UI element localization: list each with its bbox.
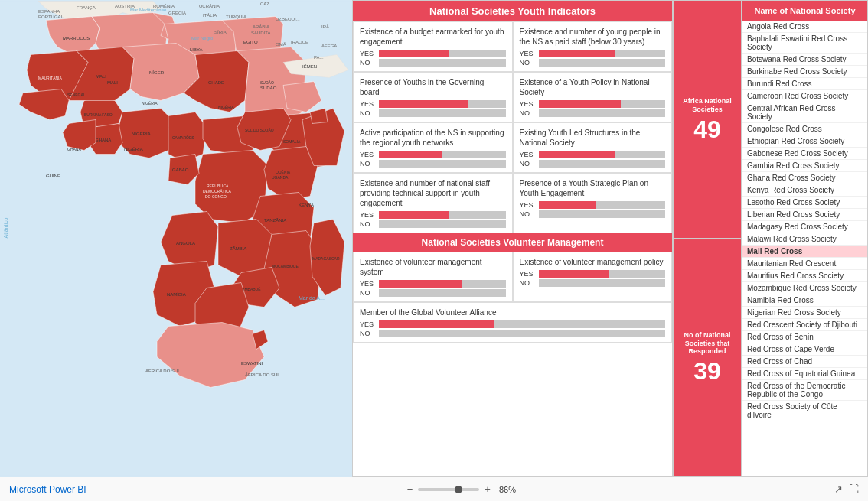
- youth-indicators-header: National Societies Youth Indicators: [353, 1, 672, 21]
- no-bar-row: NO: [360, 59, 506, 67]
- indicator-label: Existence of volunteer management policy: [520, 257, 666, 267]
- zambia: [218, 220, 272, 277]
- zoom-controls: − + 86%: [405, 483, 516, 495]
- zoom-percentage: 86%: [499, 485, 516, 494]
- yes-bar-row: YES: [520, 151, 666, 158]
- no-bar-row: NO: [360, 109, 506, 117]
- zoom-minus-btn[interactable]: −: [405, 483, 416, 495]
- ns-list-item[interactable]: Madagasy Red Cross Society: [742, 221, 867, 233]
- ns-list-item[interactable]: Kenya Red Cross Society: [742, 184, 867, 197]
- fullscreen-icon[interactable]: ⛶: [849, 483, 859, 495]
- indicator-label: Member of the Global Volunteer Alliance: [360, 307, 665, 317]
- ns-list-item[interactable]: Red Crescent Society of Djibouti: [742, 319, 867, 331]
- ns-list-item[interactable]: Mali Red Cross: [742, 246, 867, 258]
- yes-bar-row: YES: [360, 50, 506, 57]
- ns-list-item[interactable]: Burundi Red Cross: [742, 78, 867, 90]
- yes-bar-row: YES: [360, 211, 506, 219]
- bar-group: YES NO: [360, 320, 665, 337]
- ns-list-item[interactable]: Namibia Red Cross: [742, 294, 867, 307]
- ns-list-item[interactable]: Red Cross Society of Côte d'Ivoire: [742, 401, 867, 421]
- bar-group: YES NO: [360, 100, 506, 117]
- youth-indicator-budget: Existence of a budget earmarked for yout…: [353, 21, 513, 72]
- ns-list-item[interactable]: Red Cross of Equatorial Guinea: [742, 368, 867, 380]
- bar-group: YES NO: [360, 50, 506, 67]
- yes-bar-row: YES: [520, 201, 666, 209]
- youth-indicator-governing_board: Presence of Youths in the Governing boar…: [353, 72, 513, 122]
- youth-indicator-youth_led: Existing Youth Led Structures in the Nat…: [513, 122, 673, 173]
- responded-count: 39: [693, 359, 721, 383]
- bar-group: YES NO: [360, 151, 506, 168]
- ns-list-item[interactable]: Malawi Red Cross Society: [742, 233, 867, 246]
- zoom-thumb: [455, 486, 462, 493]
- yes-bar-row: YES: [360, 320, 665, 328]
- ns-list-item[interactable]: Mauritanian Red Crescent: [742, 258, 867, 270]
- no-bar-row: NO: [360, 220, 506, 228]
- africa-ns-stat: Africa National Societies 49: [674, 1, 741, 239]
- yes-bar-row: YES: [360, 151, 506, 158]
- bottom-icons: ↗ ⛶: [834, 483, 859, 495]
- zoom-slider[interactable]: [418, 488, 479, 491]
- power-bi-link[interactable]: Microsoft Power BI: [9, 484, 86, 495]
- ns-list-body[interactable]: Angola Red CrossBaphalali Eswatini Red C…: [742, 21, 867, 476]
- ns-list-item[interactable]: Cameroon Red Cross Society: [742, 90, 867, 102]
- top-section: National Societies Youth Indicators Exis…: [352, 0, 868, 477]
- ns-list-item[interactable]: Baphalali Eswatini Red Cross Society: [742, 33, 867, 54]
- ns-list-item[interactable]: Liberian Red Cross Society: [742, 209, 867, 221]
- ns-list-item[interactable]: Burkinabe Red Cross Society: [742, 66, 867, 78]
- ns-list-item[interactable]: Congolese Red Cross: [742, 123, 867, 135]
- main-content: MARROCOS ARGÉLIA LIBYA EGITO MAURITÂNIA …: [0, 0, 868, 477]
- ns-list-item[interactable]: Mauritius Red Cross Society: [742, 270, 867, 282]
- indicator-label: Existence and number of young people in …: [520, 27, 666, 47]
- yes-bar-row: YES: [520, 270, 666, 278]
- youth-indicator-youth_policy: Existence of a Youth Policy in National …: [513, 72, 673, 122]
- ns-list-item[interactable]: Red Cross of Benin: [742, 331, 867, 343]
- bar-group: YES NO: [520, 270, 666, 287]
- volunteer-indicator-mgmt_policy: Existence of volunteer management policy…: [513, 252, 673, 302]
- map-section: MARROCOS ARGÉLIA LIBYA EGITO MAURITÂNIA …: [0, 0, 352, 477]
- ns-list-item[interactable]: Red Cross of Chad: [742, 356, 867, 368]
- ns-list-item[interactable]: Angola Red Cross: [742, 21, 867, 33]
- indicator-label: Presence of a Youth Strategic Plan on Yo…: [520, 178, 666, 198]
- nigeria: [119, 109, 172, 158]
- yes-bar-row: YES: [520, 100, 666, 108]
- no-bar-row: NO: [360, 289, 506, 297]
- ns-list-item[interactable]: Lesotho Red Cross Society: [742, 197, 867, 209]
- stats-section: Africa National Societies 49 No of Natio…: [673, 0, 742, 477]
- ns-list-item[interactable]: Botswana Red Cross Society: [742, 54, 867, 66]
- ns-list-item[interactable]: Red Cross of Cape Verde: [742, 343, 867, 356]
- ns-list-item[interactable]: Gambia Red Cross Society: [742, 160, 867, 172]
- ns-list-item[interactable]: Central African Red Cross Society: [742, 102, 867, 123]
- no-bar-row: NO: [520, 279, 666, 287]
- volunteer-indicators-grid: Existence of volunteer management system…: [353, 252, 672, 343]
- ns-list-item[interactable]: Red Cross of the Democratic Republic of …: [742, 380, 867, 401]
- cameroon: [168, 112, 207, 162]
- indicators-panel: National Societies Youth Indicators Exis…: [352, 0, 673, 477]
- yes-bar-row: YES: [520, 50, 666, 57]
- volunteer-section-header: National Societies Volunteer Management: [353, 233, 672, 252]
- volunteer-indicator-mgmt_system: Existence of volunteer management system…: [353, 252, 513, 302]
- app-container: MARROCOS ARGÉLIA LIBYA EGITO MAURITÂNIA …: [0, 0, 868, 501]
- ns-list-item[interactable]: Gabonese Red Cross Society: [742, 148, 867, 160]
- bar-group: YES NO: [520, 50, 666, 67]
- bar-group: YES NO: [360, 280, 506, 297]
- share-icon[interactable]: ↗: [834, 483, 843, 495]
- ns-list-item[interactable]: Nigerian Red Cross Society: [742, 307, 867, 319]
- yes-bar-row: YES: [360, 280, 506, 288]
- responded-label: No of National Societies that Responded: [677, 331, 738, 356]
- africa-map-svg: MARROCOS ARGÉLIA LIBYA EGITO MAURITÂNIA …: [0, 0, 352, 477]
- bar-group: YES NO: [520, 100, 666, 117]
- ns-list-item[interactable]: Mozambique Red Cross Society: [742, 282, 867, 294]
- responded-stat: No of National Societies that Responded …: [674, 239, 741, 476]
- no-bar-row: NO: [520, 210, 666, 218]
- no-bar-row: NO: [520, 160, 666, 168]
- africa-ns-count: 49: [693, 117, 721, 142]
- yes-bar-row: YES: [360, 100, 506, 108]
- bar-group: YES NO: [520, 201, 666, 218]
- youth-indicators-grid: Existence of a budget earmarked for yout…: [353, 21, 672, 233]
- ns-list-header: Name of National Society: [742, 1, 867, 21]
- youth-indicator-strategic_plan: Presence of a Youth Strategic Plan on Yo…: [513, 173, 673, 233]
- youth-indicator-young_people: Existence and number of young people in …: [513, 21, 673, 72]
- ns-list-item[interactable]: Ghana Red Cross Society: [742, 172, 867, 184]
- zoom-plus-btn[interactable]: +: [482, 483, 493, 495]
- ns-list-item[interactable]: Ethiopian Red Cross Society: [742, 135, 867, 148]
